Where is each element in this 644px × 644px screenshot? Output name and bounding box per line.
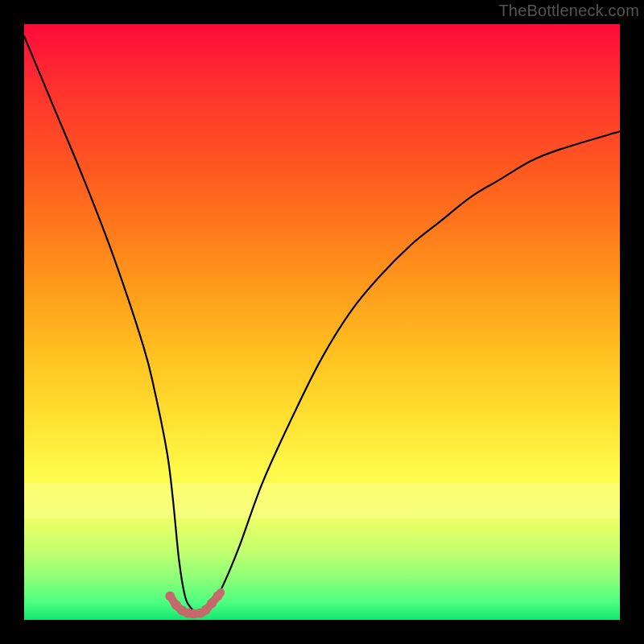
chart-svg — [24, 24, 620, 620]
bottom-marker-dots — [165, 591, 222, 618]
marker-dot — [165, 591, 175, 601]
marker-dot — [213, 591, 223, 601]
plot-area — [24, 24, 620, 620]
main-curve — [24, 36, 620, 615]
watermark-text: TheBottleneck.com — [498, 2, 639, 20]
chart-frame: TheBottleneck.com — [0, 0, 644, 644]
